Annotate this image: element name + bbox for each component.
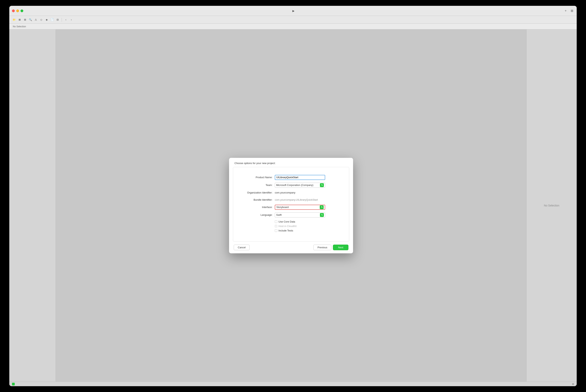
modal-title: Choose options for your new project:: [229, 158, 353, 167]
product-name-label: Product Name:: [237, 176, 275, 179]
document-icon[interactable]: 📄: [50, 18, 54, 22]
language-row: Language: Swift ⇅: [237, 212, 345, 218]
breadcrumb: No Selection: [9, 24, 577, 30]
team-label: Team:: [237, 184, 275, 186]
language-value: Swift: [276, 214, 282, 216]
mac-window: ▶ ＋ ⊞ 📁 ⊠ ⊞ 🔍 ⚠ ◇ ◈ 📄 ⊟ ‹ › No Selection…: [9, 6, 577, 386]
statusbar: ⊞: [9, 382, 577, 386]
warning-icon[interactable]: ⚠: [34, 18, 38, 22]
content-area: Choose options for your new project: Pro…: [9, 30, 577, 382]
interface-label: Interface:: [237, 206, 275, 208]
interface-row: Interface: Storyboard ⇅: [237, 205, 345, 210]
product-name-row: Product Name:: [237, 175, 345, 180]
include-tests-label: Include Tests: [278, 229, 293, 232]
include-tests-row: Include Tests: [237, 229, 345, 232]
modal-body: Product Name: Team: Microsoft Corporatio…: [233, 167, 349, 242]
language-arrow-icon: ⇅: [320, 213, 324, 217]
bundle-identifier-value: com.yourcompany.UILibraryQuickStart: [275, 198, 325, 202]
org-identifier-value: com.yourcompany: [275, 190, 325, 195]
sidebar: [9, 30, 56, 382]
statusbar-icon: ⊞: [572, 383, 574, 386]
right-panel: No Selection: [526, 30, 577, 382]
org-identifier-label: Organization Identifier:: [237, 191, 275, 194]
nav-forward-icon[interactable]: ›: [69, 18, 74, 22]
host-cloudkit-row: Host in CloudKit: [237, 225, 345, 228]
grid-icon[interactable]: ⊟: [56, 18, 60, 22]
right-panel-no-selection: No Selection: [544, 204, 559, 207]
team-select[interactable]: Microsoft Corporation (Company) ⇅: [275, 183, 325, 188]
use-core-data-checkbox[interactable]: [275, 220, 277, 223]
product-name-control: [275, 175, 325, 180]
interface-select[interactable]: Storyboard ⇅: [275, 205, 325, 210]
product-name-input[interactable]: [275, 175, 325, 180]
inspector-button[interactable]: ⊞: [570, 9, 574, 13]
use-core-data-label: Use Core Data: [278, 220, 295, 223]
interface-control: Storyboard ⇅: [275, 205, 325, 210]
previous-button[interactable]: Previous: [313, 244, 331, 250]
titlebar: ▶ ＋ ⊞: [9, 6, 577, 16]
maximize-button[interactable]: [21, 10, 23, 12]
team-control: Microsoft Corporation (Company) ⇅: [275, 183, 325, 188]
stop-icon[interactable]: ⊠: [18, 18, 22, 22]
bundle-identifier-row: Bundle Identifier: com.yourcompany.UILib…: [237, 198, 345, 202]
hierarchy-icon[interactable]: ⊞: [23, 18, 27, 22]
toolbar-divider: [62, 18, 62, 22]
include-tests-checkbox[interactable]: [275, 229, 277, 232]
next-button[interactable]: Next: [333, 244, 348, 250]
modal-dialog: Choose options for your new project: Pro…: [229, 158, 353, 253]
language-control: Swift ⇅: [275, 212, 325, 218]
main-area: Choose options for your new project: Pro…: [56, 30, 526, 382]
language-label: Language:: [237, 214, 275, 216]
bundle-identifier-control: com.yourcompany.UILibraryQuickStart: [275, 198, 325, 202]
interface-value: Storyboard: [276, 206, 289, 208]
cancel-button[interactable]: Cancel: [234, 244, 250, 250]
add-button[interactable]: ＋: [563, 9, 568, 13]
team-row: Team: Microsoft Corporation (Company) ⇅: [237, 183, 345, 188]
diamond-icon[interactable]: ◇: [39, 18, 44, 22]
nav-back-icon[interactable]: ‹: [64, 18, 68, 22]
use-core-data-row: Use Core Data: [237, 220, 345, 223]
language-select[interactable]: Swift ⇅: [275, 212, 325, 218]
modal-overlay: Choose options for your new project: Pro…: [56, 30, 526, 382]
folder-icon[interactable]: 📁: [12, 18, 16, 22]
team-arrow-icon: ⇅: [320, 183, 324, 187]
status-indicator: [12, 383, 15, 386]
search-icon[interactable]: 🔍: [28, 18, 33, 22]
close-button[interactable]: [12, 10, 15, 12]
minimize-button[interactable]: [16, 10, 19, 12]
team-value: Microsoft Corporation (Company): [276, 184, 313, 186]
traffic-lights: [12, 10, 23, 12]
org-identifier-control: com.yourcompany: [275, 190, 325, 195]
host-cloudkit-label: Host in CloudKit: [278, 225, 296, 228]
code-icon[interactable]: ◈: [45, 18, 49, 22]
org-identifier-row: Organization Identifier: com.yourcompany: [237, 190, 345, 195]
interface-arrow-icon: ⇅: [320, 205, 324, 209]
bundle-identifier-label: Bundle Identifier:: [237, 198, 275, 201]
breadcrumb-text: No Selection: [13, 25, 26, 28]
run-button[interactable]: ▶: [291, 9, 296, 13]
nav-button-group: Previous Next: [313, 244, 348, 250]
secondary-toolbar: 📁 ⊠ ⊞ 🔍 ⚠ ◇ ◈ 📄 ⊟ ‹ ›: [9, 16, 577, 24]
modal-footer: Cancel Previous Next: [229, 242, 353, 253]
host-cloudkit-checkbox: [275, 225, 277, 228]
